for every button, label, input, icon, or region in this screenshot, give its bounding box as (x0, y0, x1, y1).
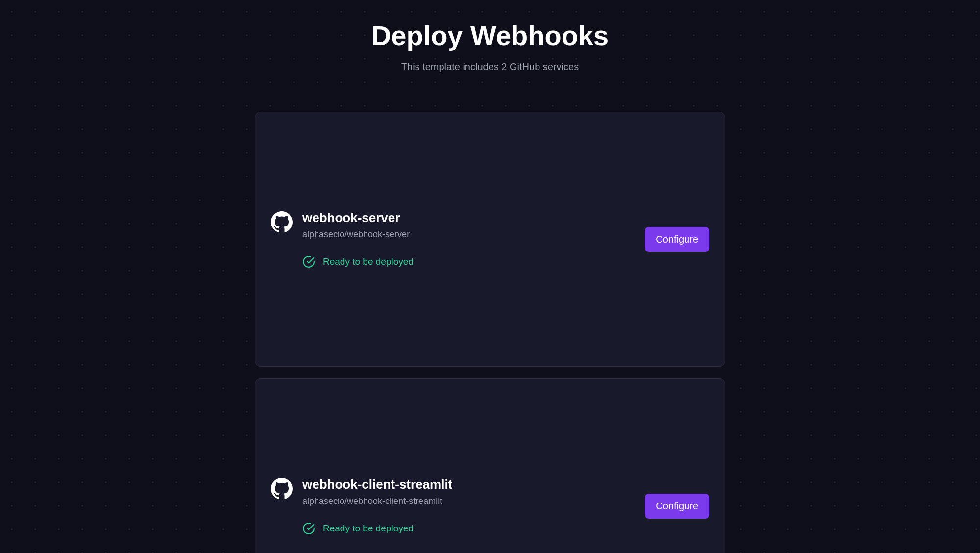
service-repo: alphasecio/webhook-client-streamlit (302, 496, 452, 506)
status-text: Ready to be deployed (323, 523, 414, 534)
service-card-webhook-client-streamlit: webhook-client-streamlit alphasecio/webh… (255, 378, 725, 553)
github-icon-wrapper (271, 212, 293, 234)
service-repo: alphasecio/webhook-server (302, 229, 414, 240)
card-content: webhook-client-streamlit alphasecio/webh… (271, 477, 709, 535)
service-info: webhook-client-streamlit alphasecio/webh… (302, 477, 452, 535)
page-subtitle: This template includes 2 GitHub services (255, 61, 725, 73)
check-circle-icon (302, 255, 315, 268)
card-left: webhook-server alphasecio/webhook-server… (271, 210, 633, 268)
service-card-webhook-server: webhook-server alphasecio/webhook-server… (255, 112, 725, 367)
check-circle-icon (302, 522, 315, 535)
page-title: Deploy Webhooks (255, 20, 725, 51)
card-content: webhook-server alphasecio/webhook-server… (271, 210, 709, 268)
configure-button[interactable]: Configure (645, 494, 709, 519)
github-icon (271, 478, 293, 502)
service-name: webhook-server (302, 210, 414, 226)
service-info: webhook-server alphasecio/webhook-server… (302, 210, 414, 268)
status-text: Ready to be deployed (323, 256, 414, 267)
service-name: webhook-client-streamlit (302, 477, 452, 492)
status-row: Ready to be deployed (302, 522, 452, 535)
main-container: Deploy Webhooks This template includes 2… (245, 0, 735, 553)
github-icon-wrapper (271, 479, 293, 501)
card-left: webhook-client-streamlit alphasecio/webh… (271, 477, 633, 535)
github-icon (271, 211, 293, 235)
configure-button[interactable]: Configure (645, 227, 709, 252)
status-row: Ready to be deployed (302, 255, 414, 268)
